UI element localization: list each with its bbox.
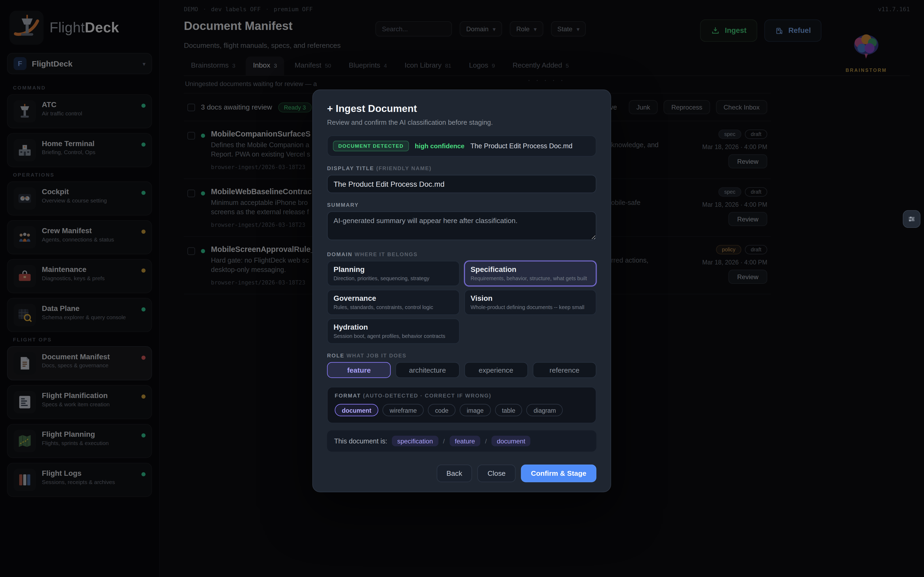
app-root: FlightDeck F FlightDeck ▾ COMMAND ATC Ai… bbox=[0, 0, 924, 577]
modal-footer: Back Close Confirm & Stage bbox=[327, 464, 596, 482]
domain-label: DOMAIN WHERE IT BELONGS bbox=[327, 251, 596, 257]
format-diagram[interactable]: diagram bbox=[527, 404, 563, 416]
role-label: ROLE WHAT JOB IT DOES bbox=[327, 353, 596, 358]
domain-description: Requirements, behavior, structure, what … bbox=[470, 276, 590, 282]
ingest-document-modal: + Ingest Document Review and confirm the… bbox=[312, 89, 611, 492]
classification-chip-feature: feature bbox=[449, 436, 480, 446]
domain-card-planning[interactable]: Planning Direction, priorities, sequenci… bbox=[327, 261, 459, 286]
domain-card-vision[interactable]: Vision Whole-product defining documents … bbox=[464, 290, 596, 315]
modal-subtitle: Review and confirm the AI classification… bbox=[327, 119, 596, 126]
format-label: FORMAT (AUTO-DETECTED · CORRECT IF WRONG… bbox=[335, 393, 589, 398]
domain-card-specification[interactable]: Specification Requirements, behavior, st… bbox=[464, 261, 596, 286]
role-experience[interactable]: experience bbox=[464, 362, 528, 378]
format-panel: FORMAT (AUTO-DETECTED · CORRECT IF WRONG… bbox=[327, 387, 596, 424]
detected-filename: The Product Edit Process Doc.md bbox=[470, 142, 572, 149]
domain-card-hydration[interactable]: Hydration Session boot, agent profiles, … bbox=[327, 318, 459, 344]
format-table[interactable]: table bbox=[495, 404, 522, 416]
classification-chip-document: document bbox=[491, 436, 530, 446]
statement-label: This document is: bbox=[334, 438, 388, 445]
document-detected-badge: DOCUMENT DETECTED bbox=[333, 141, 409, 152]
role-architecture[interactable]: architecture bbox=[396, 362, 460, 378]
domain-description: Session boot, agent profiles, behavior c… bbox=[334, 334, 453, 339]
domain-card-governance[interactable]: Governance Rules, standards, constraints… bbox=[327, 290, 459, 315]
format-image[interactable]: image bbox=[460, 404, 491, 416]
domain-name: Specification bbox=[470, 266, 590, 274]
format-document[interactable]: document bbox=[335, 404, 378, 416]
domain-name: Hydration bbox=[334, 323, 453, 332]
format-wireframe[interactable]: wireframe bbox=[383, 404, 424, 416]
modal-title: + Ingest Document bbox=[327, 103, 596, 115]
role-reference[interactable]: reference bbox=[533, 362, 596, 378]
classification-statement: This document is: specification/feature/… bbox=[327, 430, 596, 451]
summary-textarea[interactable]: AI-generated summary will appear here af… bbox=[327, 211, 596, 240]
role-group: featurearchitectureexperiencereference bbox=[327, 362, 596, 378]
role-feature[interactable]: feature bbox=[327, 362, 391, 378]
classification-chip-specification: specification bbox=[392, 436, 438, 446]
domain-description: Whole-product defining documents -- keep… bbox=[470, 305, 590, 310]
confirm-stage-button[interactable]: Confirm & Stage bbox=[521, 464, 596, 482]
domain-description: Rules, standards, constraints, control l… bbox=[334, 305, 453, 310]
format-pill-group: documentwireframecodeimagetablediagram bbox=[335, 404, 589, 416]
display-title-input[interactable] bbox=[327, 175, 596, 193]
back-button[interactable]: Back bbox=[436, 464, 472, 482]
chip-separator: / bbox=[443, 438, 445, 445]
domain-grid: Planning Direction, priorities, sequenci… bbox=[327, 261, 596, 344]
confidence-label: high confidence bbox=[415, 142, 464, 149]
display-title-label: DISPLAY TITLE (FRIENDLY NAME) bbox=[327, 165, 596, 171]
domain-name: Vision bbox=[470, 294, 590, 303]
sliders-icon bbox=[908, 215, 916, 223]
detection-banner: DOCUMENT DETECTED high confidence The Pr… bbox=[327, 135, 596, 156]
chip-separator: / bbox=[485, 438, 487, 445]
domain-name: Planning bbox=[334, 266, 453, 274]
close-button[interactable]: Close bbox=[478, 464, 516, 482]
domain-description: Direction, priorities, sequencing, strat… bbox=[334, 276, 453, 282]
format-code[interactable]: code bbox=[428, 404, 456, 416]
panel-settings-fab[interactable] bbox=[903, 210, 921, 228]
summary-label: SUMMARY bbox=[327, 202, 596, 208]
domain-name: Governance bbox=[334, 294, 453, 303]
